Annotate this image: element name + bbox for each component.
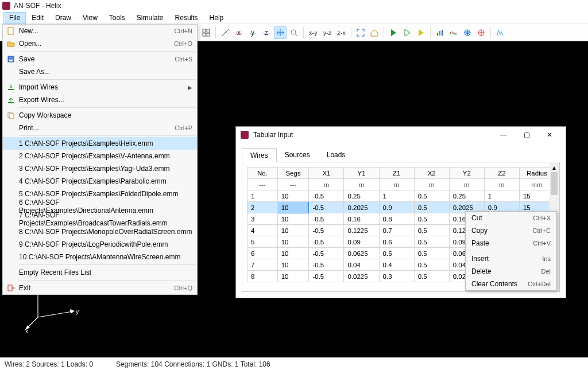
table-cell[interactable]: -0.5 xyxy=(309,213,344,225)
table-cell[interactable]: 7 xyxy=(247,259,278,271)
table-cell[interactable]: 5 xyxy=(247,236,278,248)
chart1-icon[interactable] xyxy=(434,26,446,39)
file-new[interactable]: New...Ctrl+N xyxy=(3,25,197,37)
table-cell[interactable]: -0.5 xyxy=(309,248,344,259)
menu-view[interactable]: View xyxy=(77,12,103,24)
run-icon[interactable] xyxy=(387,26,400,39)
table-cell[interactable]: 0.5 xyxy=(414,202,449,213)
file-saveas[interactable]: Save As... xyxy=(3,65,197,78)
rot-x-icon[interactable]: x xyxy=(233,26,245,39)
table-cell[interactable]: 0.0225 xyxy=(344,271,379,282)
file-save[interactable]: SaveCtrl+S xyxy=(3,53,197,65)
ctx-delete[interactable]: DeleteDel xyxy=(466,265,556,278)
table-cell[interactable]: 0.5 xyxy=(379,248,414,259)
table-cell[interactable]: 0.5 xyxy=(414,248,449,259)
file-open[interactable]: Open...Ctrl+O xyxy=(3,37,197,50)
menu-draw[interactable]: Draw xyxy=(49,12,77,24)
fit-icon[interactable] xyxy=(354,26,367,39)
menu-file[interactable]: File xyxy=(3,12,26,24)
table-cell[interactable]: -0.5 xyxy=(309,236,344,248)
view-yz[interactable]: y-z xyxy=(321,26,334,39)
view-zx[interactable]: z-x xyxy=(335,26,348,39)
grid-icon[interactable] xyxy=(200,26,212,39)
table-cell[interactable]: 4 xyxy=(247,225,278,236)
recent-8[interactable]: 9 C:\AN-SOF Projects\LogPeriodicwithPole… xyxy=(3,238,197,251)
table-cell[interactable]: 1 xyxy=(379,190,414,202)
dialog-titlebar[interactable]: Tabular Input — ▢ ✕ xyxy=(236,127,566,143)
file-empty-recent[interactable]: Empty Recent Files List xyxy=(3,266,197,279)
tab-loads[interactable]: Loads xyxy=(318,147,354,162)
table-cell[interactable]: 0.5 xyxy=(414,259,449,271)
chart2-icon[interactable] xyxy=(447,26,460,39)
table-cell[interactable]: 0.1225 xyxy=(344,225,379,236)
recent-6[interactable]: 7 C:\AN-SOF Projects\Examples\BroadcastT… xyxy=(3,213,197,225)
menu-edit[interactable]: Edit xyxy=(26,12,49,24)
table-cell[interactable]: -0.5 xyxy=(309,259,344,271)
table-cell[interactable]: -0.5 xyxy=(309,225,344,236)
home-icon[interactable] xyxy=(368,26,381,39)
table-cell[interactable]: 0.5 xyxy=(414,236,449,248)
table-cell[interactable]: 0.6 xyxy=(379,236,414,248)
table-cell[interactable]: 10 xyxy=(277,190,309,202)
ctx-cut[interactable]: CutCtrl+X xyxy=(466,212,556,224)
table-cell[interactable]: 2 xyxy=(247,202,278,213)
rot-z-icon[interactable]: z xyxy=(260,26,273,39)
table-cell[interactable]: 1 xyxy=(247,190,278,202)
table-cell[interactable]: 1 xyxy=(484,190,519,202)
pan-icon[interactable] xyxy=(274,26,287,39)
table-cell[interactable]: 3 xyxy=(247,213,278,225)
recent-2[interactable]: 3 C:\AN-SOF Projects\Examples\Yagi-Uda3.… xyxy=(3,162,197,175)
table-cell[interactable]: 0.5 xyxy=(414,213,449,225)
rot-y-icon[interactable]: y xyxy=(246,26,259,39)
table-cell[interactable]: 10 xyxy=(277,213,309,225)
menu-simulate[interactable]: Simulate xyxy=(131,12,169,24)
table-cell[interactable]: 10 xyxy=(277,248,309,259)
close-button[interactable]: ✕ xyxy=(538,128,561,142)
table-cell[interactable]: 10 xyxy=(277,271,309,282)
zoom-icon[interactable] xyxy=(288,26,300,39)
ctx-copy[interactable]: CopyCtrl+C xyxy=(466,224,556,237)
maximize-button[interactable]: ▢ xyxy=(515,128,538,142)
scrollbar-thumb[interactable] xyxy=(551,172,558,195)
recent-3[interactable]: 4 C:\AN-SOF Projects\Examples\Parabolic.… xyxy=(3,175,197,188)
table-cell[interactable]: 0.09 xyxy=(344,236,379,248)
table-cell[interactable]: 0.3 xyxy=(379,271,414,282)
file-copy-workspace[interactable]: Copy Workspace xyxy=(3,109,197,122)
tab-wires[interactable]: Wires xyxy=(242,148,277,162)
table-cell[interactable]: 0.25 xyxy=(344,190,379,202)
view-xy[interactable]: x-y xyxy=(307,26,320,39)
table-cell[interactable]: 10 xyxy=(277,259,309,271)
ctx-clear[interactable]: Clear ContentsCtrl+Del xyxy=(466,278,556,290)
table-cell[interactable]: 0.7 xyxy=(379,225,414,236)
file-import-wires[interactable]: Import Wires▶ xyxy=(3,81,197,94)
help-icon[interactable] xyxy=(494,26,506,39)
table-cell[interactable]: 0.16 xyxy=(344,213,379,225)
table-cell[interactable]: 8 xyxy=(247,271,278,282)
globe2-icon[interactable] xyxy=(475,26,488,39)
table-cell[interactable]: 0.0625 xyxy=(344,248,379,259)
recent-9[interactable]: 10 C:\AN-SOF Projects\AMantennaWireScree… xyxy=(3,251,197,263)
ctx-paste[interactable]: PasteCtrl+V xyxy=(466,237,556,250)
table-cell[interactable]: -0.5 xyxy=(309,202,344,213)
ctx-insert[interactable]: InsertIns xyxy=(466,252,556,265)
table-cell[interactable]: -0.5 xyxy=(309,190,344,202)
recent-1[interactable]: 2 C:\AN-SOF Projects\Examples\V-Antenna.… xyxy=(3,150,197,162)
table-cell[interactable]: 0.2025 xyxy=(344,202,379,213)
file-print[interactable]: Print...Ctrl+P xyxy=(3,122,197,134)
table-cell[interactable]: 0.5 xyxy=(414,225,449,236)
table-cell[interactable]: 0.5 xyxy=(414,271,449,282)
table-cell[interactable]: 10 xyxy=(277,202,309,213)
table-cell[interactable]: 10 xyxy=(277,225,309,236)
table-row[interactable]: 110-0.50.2510.50.25115 xyxy=(247,190,555,202)
table-cell[interactable]: 0.25 xyxy=(449,190,484,202)
table-cell[interactable]: 0.5 xyxy=(414,190,449,202)
minimize-button[interactable]: — xyxy=(492,128,515,142)
tab-sources[interactable]: Sources xyxy=(276,147,319,162)
recent-0[interactable]: 1 C:\AN-SOF Projects\Examples\Helix.emm xyxy=(3,137,197,150)
menu-help[interactable]: Help xyxy=(204,12,230,24)
table-cell[interactable]: 10 xyxy=(277,236,309,248)
recent-7[interactable]: 8 C:\AN-SOF Projects\MonopoleOverRadialS… xyxy=(3,225,197,238)
menu-tools[interactable]: Tools xyxy=(103,12,131,24)
table-cell[interactable]: 6 xyxy=(247,248,278,259)
line-icon[interactable] xyxy=(219,26,231,39)
